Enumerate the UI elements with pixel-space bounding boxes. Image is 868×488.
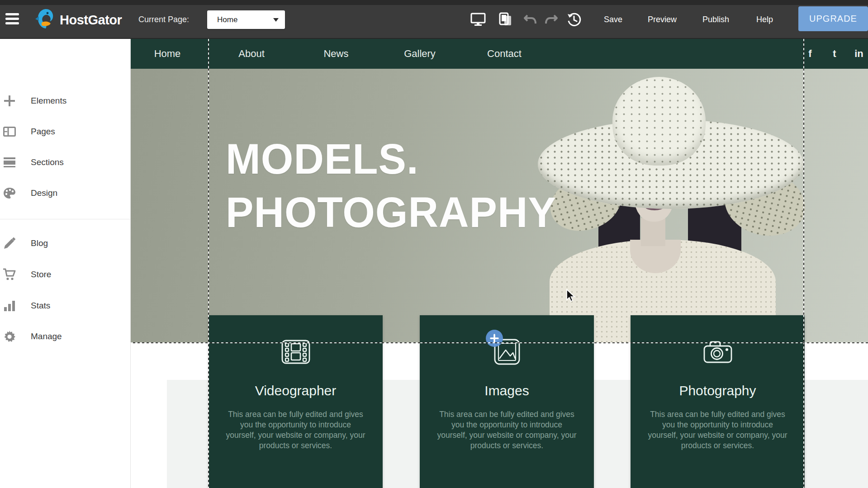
site-nav-gallery[interactable]: Gallery <box>388 39 451 69</box>
pencil-icon <box>3 237 16 250</box>
sidebar-item-elements[interactable]: Elements <box>0 91 131 111</box>
sidebar-item-stats[interactable]: Stats <box>0 296 131 316</box>
builder-sidebar: Elements Pages Sections Design Blo <box>0 39 131 488</box>
sidebar-item-label: Sections <box>31 157 64 167</box>
upgrade-button[interactable]: UPGRADE <box>798 6 868 31</box>
top-toolbar: HostGator Current Page: Home Save Previe… <box>0 0 868 39</box>
sidebar-item-store[interactable]: Store <box>0 265 131 284</box>
mobile-preview-icon[interactable] <box>495 0 515 39</box>
cart-icon <box>3 268 16 281</box>
hostgator-logo: HostGator <box>33 7 122 33</box>
image-add-icon <box>491 336 523 368</box>
sidebar-item-label: Stats <box>31 301 50 311</box>
palette-icon <box>3 186 16 200</box>
hero-title-line1: MODELS. <box>226 132 556 185</box>
card-title[interactable]: Images <box>484 383 529 398</box>
model-neck <box>641 218 665 246</box>
sidebar-item-label: Manage <box>31 332 62 341</box>
chevron-down-icon <box>273 18 279 22</box>
card-photography[interactable]: Photography This area can be fully edite… <box>631 315 805 488</box>
film-icon <box>280 336 312 368</box>
sidebar-divider <box>0 219 131 219</box>
add-image-plus-badge[interactable] <box>486 330 503 347</box>
sidebar-item-label: Pages <box>31 127 55 137</box>
current-page-label: Current Page: <box>138 0 189 39</box>
help-button[interactable]: Help <box>756 0 773 39</box>
card-title[interactable]: Photography <box>679 383 756 398</box>
publish-button[interactable]: Publish <box>702 0 729 39</box>
current-page-dropdown[interactable]: Home <box>207 10 285 29</box>
sun-hat-crown <box>612 77 706 166</box>
pages-icon <box>3 125 16 138</box>
card-videographer[interactable]: Videographer This area can be fully edit… <box>209 315 383 488</box>
sidebar-item-label: Design <box>31 188 57 198</box>
bar-chart-icon <box>3 299 16 313</box>
card-images[interactable]: Images This area can be fully edited and… <box>420 315 594 488</box>
sidebar-item-label: Blog <box>31 238 48 248</box>
card-body-text[interactable]: This area can be fully edited and gives … <box>436 409 578 451</box>
save-button[interactable]: Save <box>604 0 622 39</box>
site-nav-news[interactable]: News <box>304 39 368 69</box>
editor-canvas: Home About News Gallery Contact f t in <box>131 39 868 488</box>
hero-photo-model <box>520 69 868 343</box>
linkedin-icon[interactable]: in <box>850 39 868 69</box>
twitter-icon[interactable]: t <box>825 39 844 69</box>
sidebar-item-pages[interactable]: Pages <box>0 122 131 142</box>
site-nav-contact[interactable]: Contact <box>473 39 536 69</box>
camera-icon <box>702 336 734 368</box>
desktop-preview-icon[interactable] <box>468 0 488 39</box>
hostgator-website-builder: HostGator Current Page: Home Save Previe… <box>0 0 868 488</box>
sections-icon <box>3 156 16 169</box>
facebook-icon[interactable]: f <box>801 39 819 69</box>
history-icon[interactable] <box>564 0 584 39</box>
preview-button[interactable]: Preview <box>648 0 677 39</box>
card-body-text[interactable]: This area can be fully edited and gives … <box>225 409 366 451</box>
undo-icon[interactable] <box>520 0 540 39</box>
site-nav-about[interactable]: About <box>220 39 283 69</box>
hero-title-line2: PHOTOGRAPHY <box>226 185 556 239</box>
hero-section[interactable]: MODELS. PHOTOGRAPHY <box>131 69 868 343</box>
sidebar-item-label: Store <box>31 270 51 280</box>
sidebar-item-blog[interactable]: Blog <box>0 233 131 253</box>
plus-icon <box>3 94 16 108</box>
current-page-value: Home <box>217 15 273 24</box>
logo-text: HostGator <box>60 13 122 28</box>
site-nav-home[interactable]: Home <box>136 39 199 69</box>
sidebar-item-design[interactable]: Design <box>0 183 131 203</box>
sidebar-item-manage[interactable]: Manage <box>0 327 131 346</box>
hostgator-gator-icon <box>33 7 57 33</box>
sidebar-item-label: Elements <box>31 96 66 106</box>
gear-icon <box>3 330 16 343</box>
hero-title[interactable]: MODELS. PHOTOGRAPHY <box>226 132 556 239</box>
card-title[interactable]: Videographer <box>255 383 337 398</box>
card-body-text[interactable]: This area can be fully edited and gives … <box>647 409 788 451</box>
sidebar-item-sections[interactable]: Sections <box>0 152 131 172</box>
site-navbar: Home About News Gallery Contact f t in <box>131 39 868 69</box>
redo-icon[interactable] <box>541 0 561 39</box>
hamburger-menu-icon[interactable] <box>5 13 19 26</box>
